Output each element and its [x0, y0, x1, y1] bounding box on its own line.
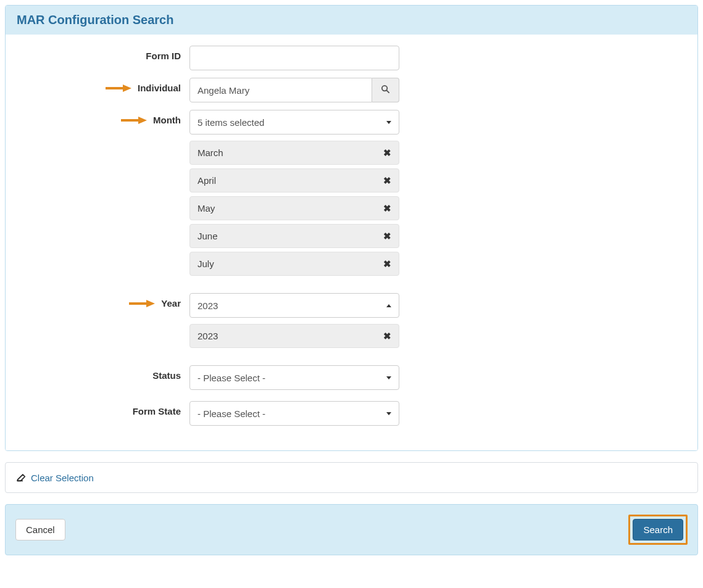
- footer-actions: Cancel Search: [5, 504, 698, 555]
- row-form-state: Form State - Please Select -: [17, 401, 686, 426]
- caret-down-icon: [386, 412, 391, 415]
- panel-body: Form ID Individual: [6, 35, 697, 450]
- caret-up-icon: [386, 304, 391, 307]
- chip-month: July ✖: [189, 252, 399, 276]
- search-highlight: Search: [628, 515, 688, 545]
- input-individual[interactable]: [189, 78, 372, 102]
- search-button[interactable]: Search: [633, 519, 683, 540]
- chip-month: June ✖: [189, 224, 399, 248]
- svg-marker-8: [17, 474, 25, 481]
- row-form-id: Form ID: [17, 46, 686, 70]
- svg-marker-5: [138, 117, 147, 124]
- label-month: Month: [153, 115, 181, 125]
- svg-marker-1: [123, 85, 131, 92]
- remove-icon[interactable]: ✖: [383, 176, 391, 185]
- clear-selection-link[interactable]: Clear Selection: [31, 473, 94, 483]
- caret-down-icon: [386, 376, 391, 379]
- month-chips: March ✖ April ✖ May ✖ June ✖: [189, 141, 399, 276]
- dropdown-form-state-text: - Please Select -: [198, 408, 265, 419]
- input-form-id[interactable]: [189, 46, 399, 70]
- label-form-id: Form ID: [146, 51, 181, 61]
- chip-month: March ✖: [189, 141, 399, 165]
- chip-label: March: [198, 147, 223, 158]
- eraser-icon: [15, 471, 26, 484]
- dropdown-year-text: 2023: [198, 300, 218, 311]
- year-chips: 2023 ✖: [189, 324, 399, 348]
- arrow-icon: [106, 84, 131, 93]
- clear-selection-bar: Clear Selection: [5, 462, 698, 493]
- search-panel: MAR Configuration Search Form ID Individ…: [5, 5, 698, 451]
- row-month: Month 5 items selected March ✖ April ✖: [17, 110, 686, 280]
- lookup-individual-button[interactable]: [372, 78, 399, 102]
- dropdown-month-text: 5 items selected: [198, 117, 264, 128]
- label-form-state: Form State: [133, 406, 181, 416]
- row-individual: Individual: [17, 78, 686, 102]
- caret-down-icon: [386, 121, 391, 124]
- label-status: Status: [152, 370, 181, 381]
- remove-icon[interactable]: ✖: [383, 148, 391, 157]
- svg-line-3: [387, 91, 389, 93]
- remove-icon[interactable]: ✖: [383, 259, 391, 268]
- arrow-icon: [121, 116, 147, 125]
- dropdown-form-state[interactable]: - Please Select -: [189, 401, 399, 426]
- chip-month: May ✖: [189, 196, 399, 220]
- row-status: Status - Please Select -: [17, 365, 686, 390]
- panel-title: MAR Configuration Search: [6, 6, 697, 35]
- remove-icon[interactable]: ✖: [383, 331, 391, 341]
- chip-month: April ✖: [189, 168, 399, 193]
- dropdown-status-text: - Please Select -: [198, 373, 265, 383]
- search-icon: [381, 85, 390, 96]
- chip-label: 2023: [198, 331, 218, 341]
- remove-icon[interactable]: ✖: [383, 204, 391, 213]
- chip-year: 2023 ✖: [189, 324, 399, 348]
- remove-icon[interactable]: ✖: [383, 231, 391, 241]
- chip-label: April: [198, 175, 216, 186]
- row-year: Year 2023 2023 ✖: [17, 293, 686, 352]
- dropdown-month[interactable]: 5 items selected: [189, 110, 399, 135]
- svg-marker-7: [146, 300, 155, 307]
- dropdown-status[interactable]: - Please Select -: [189, 365, 399, 390]
- label-individual: Individual: [138, 83, 181, 93]
- cancel-button[interactable]: Cancel: [15, 519, 65, 540]
- chip-label: May: [198, 203, 215, 213]
- label-year: Year: [161, 298, 181, 308]
- dropdown-year[interactable]: 2023: [189, 293, 399, 318]
- chip-label: June: [198, 231, 218, 241]
- chip-label: July: [198, 259, 214, 269]
- arrow-icon: [129, 299, 155, 308]
